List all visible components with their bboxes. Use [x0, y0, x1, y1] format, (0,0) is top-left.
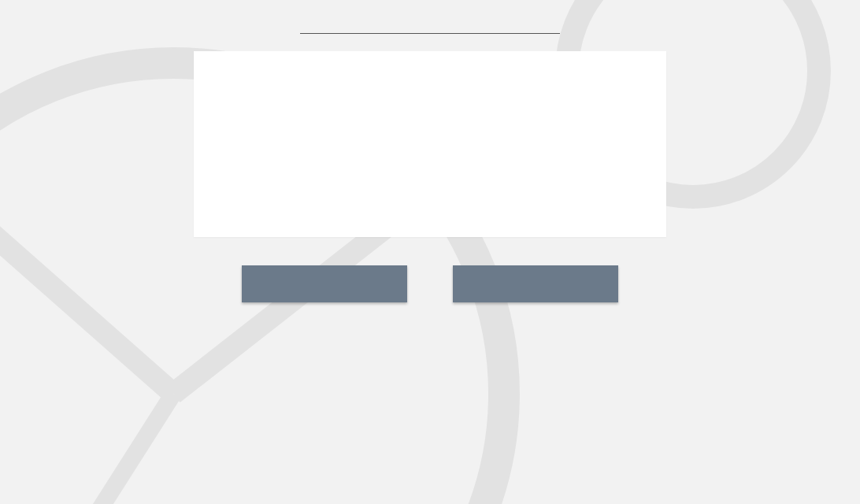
title-underline: [300, 33, 560, 34]
chart-svg: [209, 80, 572, 221]
upload-file-button[interactable]: [242, 265, 407, 302]
button-row: [0, 265, 860, 302]
process-sample-button[interactable]: [453, 265, 618, 302]
chart-card: [194, 51, 666, 237]
chart-plot: [209, 80, 572, 224]
